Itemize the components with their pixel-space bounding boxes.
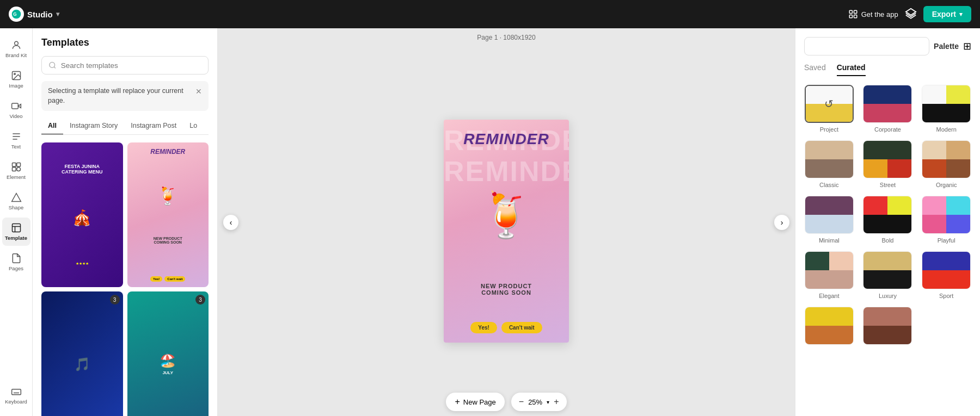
- zoom-level[interactable]: 25%: [528, 398, 542, 406]
- sidebar-item-element[interactable]: Element: [2, 157, 30, 185]
- sidebar-item-image[interactable]: Image: [2, 65, 30, 94]
- palette-name-bold: Bold: [881, 237, 893, 244]
- svg-rect-14: [12, 167, 16, 171]
- svg-rect-5: [854, 15, 856, 18]
- palette-name-luxury: Luxury: [879, 293, 897, 299]
- template-thumb-1[interactable]: FESTA JUNINACATERING MENU 🎪 ★★★★: [41, 142, 123, 288]
- template-thumb-2[interactable]: REMINDER 🍹 NEW PRODUCTCOMING SOON Yes! C…: [127, 142, 209, 288]
- palette-item-minimal[interactable]: Minimal: [804, 196, 854, 244]
- sidebar-item-pages[interactable]: Pages: [2, 248, 30, 276]
- get-app-label: Get the app: [861, 10, 898, 18]
- palette-name-modern: Modern: [936, 126, 957, 133]
- filter-tab-all[interactable]: All: [41, 119, 63, 135]
- svg-rect-13: [16, 163, 20, 167]
- svg-rect-18: [11, 389, 21, 395]
- palette-tab-saved[interactable]: Saved: [804, 63, 826, 76]
- palette-item-project[interactable]: ↺Project: [804, 85, 854, 133]
- svg-marker-16: [11, 194, 21, 202]
- svg-point-19: [50, 62, 55, 67]
- templates-title: Templates: [41, 37, 209, 48]
- sidebar-label-brand-kit: Brand Kit: [5, 52, 27, 58]
- canvas-buttons: Yes! Can't wait: [470, 322, 542, 333]
- template-thumb-3[interactable]: 🎵 3: [41, 291, 123, 416]
- palette-item-classic[interactable]: Classic: [804, 140, 854, 188]
- filter-tab-instagram-story[interactable]: Instagram Story: [63, 119, 124, 134]
- layers-button[interactable]: [905, 8, 917, 21]
- palette-item-modern[interactable]: Modern: [921, 85, 971, 133]
- svg-rect-12: [12, 163, 16, 167]
- zoom-in-button[interactable]: +: [554, 397, 559, 407]
- topbar: G Studio ▾ Get the app Export ▾: [0, 0, 980, 28]
- palette-tab-curated[interactable]: Curated: [837, 63, 866, 76]
- canvas-next-arrow[interactable]: ›: [774, 215, 789, 230]
- palette-name-playful: Playful: [938, 237, 955, 244]
- svg-text:G: G: [13, 11, 16, 17]
- new-page-label: New Page: [463, 398, 496, 406]
- palette-name-elegant: Elegant: [819, 293, 839, 299]
- canvas-subtitle: NEW PRODUCTCOMING SOON: [481, 283, 532, 296]
- palette-name-project: Project: [820, 126, 838, 133]
- sidebar-item-brand-kit[interactable]: Brand Kit: [2, 35, 30, 63]
- canvas-prev-arrow[interactable]: ‹: [223, 215, 238, 230]
- svg-point-7: [14, 41, 18, 45]
- topbar-dropdown-icon[interactable]: ▾: [56, 10, 59, 18]
- sidebar-label-keyboard: Keyboard: [5, 399, 27, 405]
- plus-icon: +: [455, 397, 460, 407]
- palette-item-sport[interactable]: Sport: [921, 251, 971, 299]
- sidebar-item-template[interactable]: Template: [2, 218, 30, 246]
- sidebar-item-keyboard[interactable]: Keyboard: [2, 381, 30, 409]
- zoom-control: − 25% ▾ +: [511, 393, 567, 411]
- palette-search-input[interactable]: [804, 37, 929, 55]
- topbar-left: G Studio ▾: [9, 7, 59, 22]
- page-label: Page 1 · 1080x1920: [477, 34, 535, 41]
- sidebar-item-text[interactable]: Text: [2, 126, 30, 154]
- palette-name-organic: Organic: [936, 182, 957, 188]
- canvas-cant-wait-button[interactable]: Can't wait: [501, 322, 542, 333]
- new-page-button[interactable]: + New Page: [446, 393, 504, 411]
- canvas-yes-button[interactable]: Yes!: [470, 322, 497, 333]
- palette-name-minimal: Minimal: [819, 237, 840, 244]
- palette-label: Palette: [934, 42, 959, 51]
- palette-item-palette14[interactable]: [863, 307, 913, 348]
- zoom-out-button[interactable]: −: [519, 397, 524, 407]
- palette-header: Palette ⊞: [804, 37, 971, 55]
- export-label: Export: [932, 10, 956, 18]
- palette-item-corporate[interactable]: Corporate: [863, 85, 913, 133]
- sidebar-item-shape[interactable]: Shape: [2, 187, 30, 215]
- get-app-button[interactable]: Get the app: [848, 9, 898, 19]
- search-box: [41, 56, 209, 74]
- godaddy-logo[interactable]: G Studio ▾: [9, 7, 59, 22]
- zoom-dropdown-icon[interactable]: ▾: [547, 399, 549, 405]
- sidebar-label-video: Video: [9, 113, 22, 119]
- palette-item-luxury[interactable]: Luxury: [863, 251, 913, 299]
- filter-tab-lo[interactable]: Lo: [183, 119, 204, 134]
- template-grid: FESTA JUNINACATERING MENU 🎪 ★★★★ REMINDE…: [41, 142, 209, 417]
- sidebar-item-video[interactable]: Video: [2, 96, 30, 124]
- close-banner-button[interactable]: ✕: [195, 86, 202, 97]
- search-icon: [48, 61, 57, 70]
- svg-rect-10: [11, 103, 18, 109]
- filter-tab-instagram-post[interactable]: Instagram Post: [124, 119, 183, 134]
- canvas-title: REMINDER: [463, 131, 549, 148]
- template-badge-4: 3: [195, 295, 205, 305]
- palette-item-elegant[interactable]: Elegant: [804, 251, 854, 299]
- palette-icon[interactable]: ⊞: [963, 40, 971, 52]
- svg-rect-2: [849, 10, 852, 13]
- palette-item-bold[interactable]: Bold: [863, 196, 913, 244]
- template-thumb-4[interactable]: 🏖️ JULY 3: [127, 291, 209, 416]
- palette-name-sport: Sport: [939, 293, 953, 299]
- search-input[interactable]: [61, 61, 201, 70]
- palette-item-organic[interactable]: Organic: [921, 140, 971, 188]
- info-banner-text: Selecting a template will replace your c…: [48, 86, 191, 105]
- palette-item-palette13[interactable]: [804, 307, 854, 348]
- templates-panel: Templates Selecting a template will repl…: [33, 28, 218, 416]
- canvas-wrapper: REMINDERREMINDER REMINDER 🍹 NEW PRODUCTC…: [444, 46, 569, 416]
- palette-item-playful[interactable]: Playful: [921, 196, 971, 244]
- palette-item-street[interactable]: Street: [863, 140, 913, 188]
- export-button[interactable]: Export ▾: [923, 6, 971, 22]
- info-banner: Selecting a template will replace your c…: [41, 81, 209, 111]
- svg-rect-17: [12, 224, 20, 232]
- sidebar-label-pages: Pages: [9, 265, 23, 271]
- palette-name-corporate: Corporate: [874, 126, 901, 133]
- sidebar-label-image: Image: [9, 83, 23, 89]
